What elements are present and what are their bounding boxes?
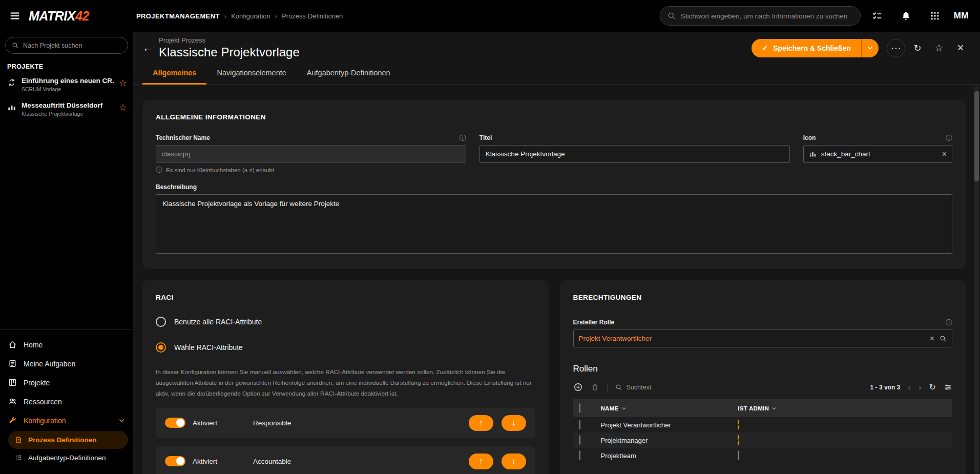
favorite-button[interactable]: ☆: [930, 39, 948, 57]
tasks-checklist-icon[interactable]: [866, 4, 889, 28]
delete-role-button[interactable]: [591, 383, 599, 391]
lookup-search-icon[interactable]: [940, 335, 947, 342]
column-header-ist-admin[interactable]: IST ADMIN: [738, 405, 946, 411]
move-down-button[interactable]: ↓: [502, 415, 526, 431]
creator-role-input[interactable]: ×: [573, 329, 953, 347]
move-up-button[interactable]: ↑: [469, 415, 493, 431]
nav-label: Konfiguration: [24, 417, 66, 425]
hamburger-menu-icon[interactable]: [9, 10, 20, 22]
radio-option-all-raci[interactable]: Benutze alle RACI-Attribute: [156, 317, 262, 327]
clear-icon[interactable]: ×: [942, 150, 947, 158]
row-select-checkbox[interactable]: [579, 450, 580, 460]
radio-icon[interactable]: [156, 317, 166, 327]
nav-label: Meine Aufgaben: [24, 360, 75, 368]
project-text: Einführung eines neuen CR... SCRUM Vorla…: [22, 77, 114, 92]
tab-bar: Allgemeines Navigationselemente Aufgaben…: [133, 62, 980, 85]
is-admin-checkbox[interactable]: [738, 435, 739, 445]
toolbar-divider: [607, 383, 608, 392]
previous-page-icon[interactable]: ‹: [908, 383, 911, 391]
sidebar-item-prozess-definitionen[interactable]: Prozess Definitionen: [8, 431, 128, 449]
is-admin-checkbox[interactable]: [738, 450, 739, 460]
global-search[interactable]: [660, 6, 861, 26]
row-select-checkbox[interactable]: [579, 420, 580, 429]
filter-settings-icon[interactable]: [944, 383, 952, 391]
projects-section-label: PROJEKTE: [7, 63, 126, 70]
nav-label: Home: [24, 341, 43, 349]
select-all-checkbox[interactable]: [579, 403, 580, 413]
toggle-switch[interactable]: [165, 456, 185, 466]
sort-caret-icon: [772, 406, 777, 411]
next-page-icon[interactable]: ›: [919, 383, 922, 391]
roles-search-input[interactable]: [627, 384, 698, 391]
refresh-button[interactable]: ↻: [908, 39, 927, 57]
technical-name-input[interactable]: [156, 145, 466, 163]
sidebar-item-home[interactable]: Home: [0, 335, 133, 354]
move-up-button[interactable]: ↑: [469, 454, 493, 469]
breadcrumb-root[interactable]: PROJEKTMANAGEMENT: [136, 12, 220, 20]
bar-chart-icon: [7, 102, 16, 112]
refresh-list-button[interactable]: ↻: [929, 382, 936, 392]
save-dropdown-button[interactable]: [861, 39, 879, 57]
sidebar-item-ressourcen[interactable]: Ressourcen: [0, 392, 133, 411]
radio-icon-selected[interactable]: [156, 342, 166, 353]
icon-picker-input[interactable]: stack_bar_chart ×: [803, 145, 952, 163]
row-select-checkbox[interactable]: [579, 435, 580, 445]
roles-search[interactable]: [615, 384, 863, 391]
sidebar-project-item[interactable]: Einführung eines neuen CR... SCRUM Vorla…: [0, 72, 133, 97]
clear-icon[interactable]: ×: [930, 335, 934, 343]
app-logo[interactable]: MATRIX42: [29, 9, 89, 24]
column-header-name[interactable]: NAME: [601, 405, 738, 411]
sidebar-item-konfiguration[interactable]: Konfiguration: [0, 411, 133, 430]
close-button[interactable]: ×: [951, 39, 970, 57]
table-row[interactable]: Projektmanager: [573, 432, 953, 448]
radio-option-select-raci[interactable]: Wähle RACI-Attribute: [156, 342, 243, 353]
table-row[interactable]: Projektteam: [573, 448, 953, 463]
toggle-label: Aktiviert: [193, 458, 253, 465]
tab-allgemeines[interactable]: Allgemeines: [142, 62, 206, 84]
info-icon[interactable]: ⓘ: [460, 135, 466, 141]
user-avatar[interactable]: MM: [952, 11, 971, 21]
hint-text: Es sind nur Kleinbuchstaben (a-z) erlaub…: [166, 167, 274, 173]
info-icon[interactable]: ⓘ: [946, 135, 952, 141]
raci-card: RACI Benutze alle RACI-Attribute Wähle R…: [142, 280, 549, 474]
is-admin-checkbox[interactable]: [738, 420, 739, 429]
breadcrumb-item-konfiguration[interactable]: Konfiguration: [231, 12, 270, 20]
toggle-switch[interactable]: [165, 418, 185, 428]
project-search-input[interactable]: [23, 42, 121, 49]
info-icon[interactable]: ⓘ: [946, 319, 952, 326]
move-down-button[interactable]: ↓: [502, 454, 526, 469]
favorite-star-icon[interactable]: ☆: [119, 78, 127, 88]
creator-role-value[interactable]: [579, 335, 925, 342]
nav-label: Projekte: [24, 379, 50, 387]
add-role-button[interactable]: [573, 382, 583, 392]
sidebar-item-projekte[interactable]: Projekte: [0, 373, 133, 392]
fields-row: Technischer Name ⓘ ⓘ Es sind nur Kleinbu…: [156, 134, 952, 173]
reorder-buttons: ↑ ↓: [469, 454, 526, 469]
role-name: Projektteam: [601, 452, 738, 460]
nav-label: Ressourcen: [24, 398, 62, 406]
tab-navigationselemente[interactable]: Navigationselemente: [206, 62, 296, 84]
title-input[interactable]: [479, 145, 790, 163]
description-field: Beschreibung Klassische Projektvorlage a…: [156, 183, 952, 254]
scrollbar-thumb[interactable]: [974, 91, 979, 181]
back-arrow-button[interactable]: ←: [137, 37, 159, 59]
project-search[interactable]: [5, 37, 128, 54]
apps-grid-icon[interactable]: [923, 4, 947, 28]
tab-aufgabentyp-definitionen[interactable]: Aufgabentyp-Definitionen: [297, 62, 401, 84]
toggle-label: Aktiviert: [193, 419, 253, 427]
global-search-input[interactable]: [681, 12, 853, 20]
page-header: ← Projekt Prozess Klassische Projektvorl…: [133, 32, 980, 62]
more-options-button[interactable]: ⋯: [887, 39, 905, 57]
header-actions: MM: [660, 4, 980, 28]
notifications-bell-icon[interactable]: [894, 4, 918, 28]
breadcrumb-item-prozess-definitionen[interactable]: Prozess Definitionen: [282, 12, 343, 20]
description-textarea[interactable]: Klassische Projektvorlage als Vorlage fü…: [156, 194, 952, 254]
sidebar-item-meine-aufgaben[interactable]: Meine Aufgaben: [0, 354, 133, 373]
sidebar-item-aufgabentyp-definitionen[interactable]: Aufgabentyp-Definitionen: [8, 449, 128, 467]
nav-label: Prozess Definitionen: [28, 436, 97, 444]
save-close-button[interactable]: ✓ Speichern & Schließen: [752, 39, 861, 57]
vertical-scrollbar[interactable]: [974, 86, 979, 474]
sidebar-project-item[interactable]: Messeauftritt Düsseldorf Klassische Proj…: [0, 97, 133, 121]
favorite-star-icon[interactable]: ☆: [119, 103, 127, 112]
table-row[interactable]: Projekt Verantwortlicher: [573, 417, 953, 432]
